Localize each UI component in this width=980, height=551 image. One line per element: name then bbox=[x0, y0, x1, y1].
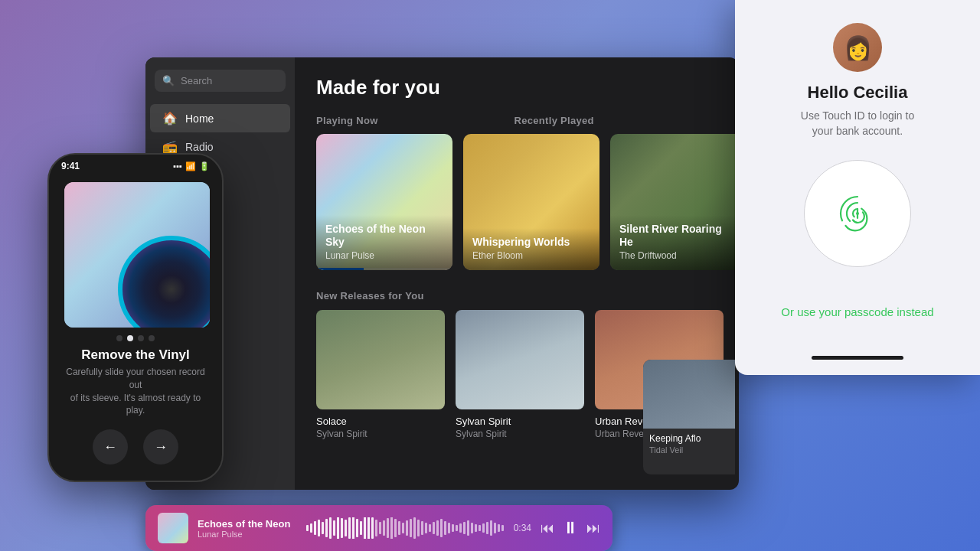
now-playing-bar: Echoes of the Neon Lunar Pulse 0:34 ⏮ ⏸ … bbox=[145, 505, 612, 551]
album-title-echoes: Echoes of the Neon Sky bbox=[325, 223, 443, 249]
sidebar-item-home[interactable]: 🏠 Home bbox=[150, 104, 290, 132]
album-overlay-2: Whispering Worlds Ether Bloom bbox=[463, 228, 599, 270]
new-release-solace[interactable]: Solace Sylvan Spirit bbox=[316, 310, 445, 439]
home-indicator bbox=[812, 356, 903, 360]
albums-row: Echoes of the Neon Sky Lunar Pulse Whisp… bbox=[316, 134, 717, 270]
np-album-art bbox=[158, 513, 188, 543]
phone-mockup: 9:41 ▪▪▪ 📶 🔋 Remove the Vinyl Carefully … bbox=[47, 153, 224, 482]
fingerprint-circle[interactable] bbox=[804, 160, 911, 267]
np-controls: ⏮ ⏸ ⏭ bbox=[541, 518, 600, 538]
np-info: Echoes of the Neon Lunar Pulse bbox=[198, 518, 297, 539]
side-card-title: Keeping Aflo bbox=[643, 429, 735, 445]
new-release-img-solace bbox=[316, 310, 445, 409]
album-card-silent[interactable]: Silent River Roaring He The Driftwood bbox=[610, 134, 739, 270]
phone-time: 9:41 bbox=[61, 161, 80, 171]
new-release-title-sylvan: Sylvan Spirit bbox=[456, 416, 584, 427]
phone-dot-3 bbox=[138, 335, 144, 341]
fingerprint-icon bbox=[830, 186, 885, 241]
phone-status-icons: ▪▪▪ 📶 🔋 bbox=[173, 161, 210, 171]
new-release-sylvan[interactable]: Sylvan Spirit Sylvan Spirit bbox=[456, 310, 584, 439]
album-title-whispering: Whispering Worlds bbox=[472, 236, 590, 249]
album-card-whispering[interactable]: Whispering Worlds Ether Bloom bbox=[463, 134, 599, 270]
np-waveform bbox=[306, 517, 505, 539]
phone-track-title: Remove the Vinyl bbox=[64, 347, 207, 363]
battery-icon: 🔋 bbox=[199, 161, 210, 171]
signal-icon: ▪▪▪ bbox=[173, 161, 182, 171]
album-title-silent: Silent River Roaring He bbox=[619, 223, 737, 249]
playing-now-label: Playing Now bbox=[316, 115, 378, 126]
svg-point-0 bbox=[856, 212, 859, 215]
phone-dot-1 bbox=[116, 335, 122, 341]
new-release-img-sylvan bbox=[456, 310, 584, 409]
side-card-artist: Tidal Veil bbox=[643, 445, 735, 455]
rewind-button[interactable]: ⏮ bbox=[541, 520, 554, 536]
search-icon: 🔍 bbox=[162, 75, 175, 86]
phone-dot-4 bbox=[149, 335, 155, 341]
phone-main: Remove the Vinyl Carefully slide your ch… bbox=[49, 182, 222, 465]
wifi-icon: 📶 bbox=[185, 161, 196, 171]
phone-forward-button[interactable]: → bbox=[143, 429, 178, 465]
passcode-link[interactable]: Or use your passcode instead bbox=[781, 305, 933, 318]
new-releases-label: New Releases for You bbox=[316, 290, 424, 302]
new-release-artist-sylvan: Sylvan Spirit bbox=[456, 429, 584, 439]
phone-status-bar: 9:41 ▪▪▪ 📶 🔋 bbox=[49, 155, 222, 174]
recently-played-label: Recently Played bbox=[514, 115, 594, 126]
phone-track-subtitle: Carefully slide your chosen record outof… bbox=[64, 366, 207, 417]
pause-button[interactable]: ⏸ bbox=[562, 518, 579, 538]
new-release-artist-solace: Sylvan Spirit bbox=[316, 429, 445, 439]
new-release-title-solace: Solace bbox=[316, 416, 445, 427]
np-time: 0:34 bbox=[514, 523, 531, 533]
radio-icon: 📻 bbox=[162, 139, 178, 154]
album-overlay-3: Silent River Roaring He The Driftwood bbox=[610, 215, 739, 270]
phone-nav-buttons: ← → bbox=[64, 429, 207, 465]
bank-subtitle: Use Touch ID to login toyour bank accoun… bbox=[801, 109, 914, 139]
album-artist-echoes: Lunar Pulse bbox=[325, 250, 443, 261]
side-card-keeping[interactable]: Keeping Aflo Tidal Veil bbox=[643, 360, 735, 474]
forward-button[interactable]: ⏭ bbox=[586, 520, 600, 536]
phone-dot-2 bbox=[127, 335, 133, 341]
avatar-emoji: 👩 bbox=[844, 34, 872, 61]
home-icon: 🏠 bbox=[162, 111, 178, 126]
phone-back-button[interactable]: ← bbox=[93, 429, 128, 465]
album-overlay: Echoes of the Neon Sky Lunar Pulse bbox=[316, 215, 452, 270]
album-artist-whispering: Ether Bloom bbox=[472, 250, 590, 261]
np-title: Echoes of the Neon bbox=[198, 518, 297, 530]
np-artist: Lunar Pulse bbox=[198, 530, 297, 539]
sidebar-home-label: Home bbox=[185, 112, 214, 125]
bank-greeting: Hello Cecilia bbox=[808, 83, 908, 103]
album-artist-silent: The Driftwood bbox=[619, 250, 737, 261]
side-card-img bbox=[643, 360, 735, 429]
bank-modal: 👩 Hello Cecilia Use Touch ID to login to… bbox=[735, 0, 980, 375]
page-title: Made for you bbox=[316, 76, 717, 99]
avatar: 👩 bbox=[833, 23, 882, 72]
search-bar[interactable]: 🔍 Search bbox=[155, 70, 286, 92]
phone-dots bbox=[64, 335, 207, 341]
search-label: Search bbox=[181, 75, 212, 86]
vinyl-art bbox=[64, 182, 210, 328]
sidebar-radio-label: Radio bbox=[185, 141, 214, 153]
album-card-echoes[interactable]: Echoes of the Neon Sky Lunar Pulse bbox=[316, 134, 452, 270]
